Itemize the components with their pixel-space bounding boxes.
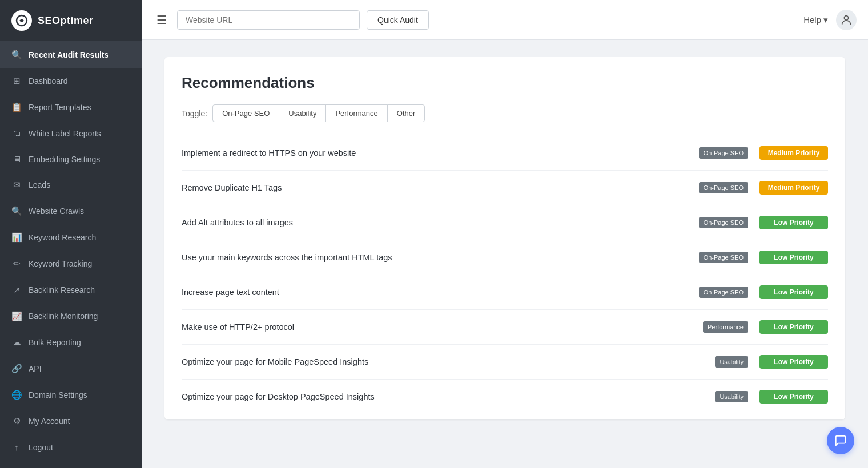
sidebar-item-website-crawls[interactable]: 🔍 Website Crawls	[0, 198, 142, 224]
help-label: Help	[803, 15, 821, 25]
rec-category: On-Page SEO	[699, 147, 748, 159]
recommendation-item: Use your main keywords across the import…	[182, 240, 828, 275]
rec-text: Remove Duplicate H1 Tags	[182, 183, 699, 192]
toggle-on-page-seo[interactable]: On-Page SEO	[212, 104, 279, 122]
url-input[interactable]	[177, 10, 360, 30]
report-templates-icon: 📋	[11, 102, 22, 112]
sidebar: SEOptimer 🔍 Recent Audit Results ⊞ Dashb…	[0, 0, 142, 468]
sidebar-item-leads[interactable]: ✉ Leads	[0, 172, 142, 198]
sidebar-item-label: My Account	[29, 417, 70, 426]
priority-badge: Medium Priority	[760, 181, 828, 195]
rec-text: Make use of HTTP/2+ protocol	[182, 322, 703, 332]
sidebar-item-label: Bulk Reporting	[29, 338, 81, 347]
quick-audit-button[interactable]: Quick Audit	[367, 10, 429, 30]
domain-settings-icon: 🌐	[11, 390, 22, 400]
toggle-performance[interactable]: Performance	[326, 104, 387, 122]
rec-category: On-Page SEO	[699, 182, 748, 193]
keyword-tracking-icon: ✏	[11, 259, 22, 269]
priority-badge: Low Priority	[760, 320, 828, 334]
sidebar-item-keyword-tracking[interactable]: ✏ Keyword Tracking	[0, 251, 142, 277]
sidebar-item-label: Website Crawls	[29, 207, 84, 216]
sidebar-item-label: Keyword Research	[29, 233, 96, 242]
sidebar-item-label: Embedding Settings	[29, 155, 100, 164]
rec-category: Performance	[703, 321, 748, 333]
rec-text: Increase page text content	[182, 288, 699, 297]
sidebar-item-recent-audit[interactable]: 🔍 Recent Audit Results	[0, 42, 142, 68]
recommendation-item: Optimize your page for Desktop PageSpeed…	[182, 380, 828, 414]
sidebar-item-label: Backlink Monitoring	[29, 312, 98, 321]
sidebar-item-domain-settings[interactable]: 🌐 Domain Settings	[0, 382, 142, 408]
sidebar-item-label: Report Templates	[29, 103, 91, 112]
sidebar-item-logout[interactable]: ↑ Logout	[0, 434, 142, 460]
priority-badge: Low Priority	[760, 251, 828, 264]
rec-category: On-Page SEO	[699, 252, 748, 263]
bulk-reporting-icon: ☁	[11, 337, 22, 348]
nav-list: 🔍 Recent Audit Results ⊞ Dashboard 📋 Rep…	[0, 42, 142, 460]
main-area: ☰ Quick Audit Help ▾ Recommendations Tog…	[142, 0, 868, 468]
sidebar-item-report-templates[interactable]: 📋 Report Templates	[0, 94, 142, 120]
sidebar-item-label: White Label Reports	[29, 129, 101, 138]
chevron-down-icon: ▾	[823, 15, 828, 25]
backlink-research-icon: ↗	[11, 285, 22, 295]
logo-text: SEOptimer	[38, 15, 94, 27]
logo-icon	[11, 10, 32, 31]
priority-badge: Low Priority	[760, 355, 828, 369]
toggle-usability[interactable]: Usability	[279, 104, 326, 122]
sidebar-item-dashboard[interactable]: ⊞ Dashboard	[0, 68, 142, 94]
sidebar-item-label: API	[29, 364, 42, 373]
main-content: Recommendations Toggle: On-Page SEO Usab…	[142, 40, 868, 468]
recommendation-item: Remove Duplicate H1 TagsOn-Page SEOMediu…	[182, 171, 828, 205]
rec-category: Usability	[715, 356, 748, 368]
priority-badge: Low Priority	[760, 390, 828, 404]
rec-text: Optimize your page for Desktop PageSpeed…	[182, 392, 715, 401]
rec-category: On-Page SEO	[699, 287, 748, 298]
logout-icon: ↑	[11, 442, 22, 452]
recommendation-item: Optimize your page for Mobile PageSpeed …	[182, 345, 828, 380]
toggle-row: Toggle: On-Page SEO Usability Performanc…	[182, 104, 828, 122]
page-title: Recommendations	[182, 74, 828, 92]
sidebar-item-label: Dashboard	[29, 76, 68, 86]
sidebar-item-keyword-research[interactable]: 📊 Keyword Research	[0, 224, 142, 251]
sidebar-item-label: Logout	[29, 443, 53, 452]
hamburger-button[interactable]: ☰	[153, 10, 170, 30]
sidebar-item-my-account[interactable]: ⚙ My Account	[0, 408, 142, 434]
recommendation-item: Add Alt attributes to all imagesOn-Page …	[182, 205, 828, 240]
backlink-monitoring-icon: 📈	[11, 311, 22, 321]
sidebar-item-bulk-reporting[interactable]: ☁ Bulk Reporting	[0, 329, 142, 356]
priority-badge: Medium Priority	[760, 146, 828, 160]
sidebar-item-label: Recent Audit Results	[29, 50, 108, 59]
user-avatar[interactable]	[836, 10, 857, 30]
sidebar-item-label: Domain Settings	[29, 390, 87, 400]
svg-point-1	[844, 15, 848, 19]
priority-badge: Low Priority	[760, 216, 828, 229]
rec-text: Implement a redirect to HTTPS on your we…	[182, 148, 699, 158]
rec-text: Use your main keywords across the import…	[182, 253, 699, 262]
chat-bubble[interactable]	[827, 427, 854, 454]
sidebar-item-backlink-research[interactable]: ↗ Backlink Research	[0, 277, 142, 303]
toggle-other[interactable]: Other	[387, 104, 425, 122]
sidebar-item-embedding-settings[interactable]: 🖥 Embedding Settings	[0, 146, 142, 172]
rec-category: On-Page SEO	[699, 217, 748, 228]
priority-badge: Low Priority	[760, 285, 828, 299]
sidebar-item-api[interactable]: 🔗 API	[0, 356, 142, 382]
website-crawls-icon: 🔍	[11, 206, 22, 216]
header-right: Help ▾	[803, 10, 857, 30]
api-icon: 🔗	[11, 364, 22, 374]
recommendation-item: Increase page text contentOn-Page SEOLow…	[182, 275, 828, 310]
sidebar-item-white-label[interactable]: 🗂 White Label Reports	[0, 120, 142, 146]
keyword-research-icon: 📊	[11, 232, 22, 243]
leads-icon: ✉	[11, 180, 22, 190]
embedding-icon: 🖥	[11, 154, 22, 164]
recommendations-card: Recommendations Toggle: On-Page SEO Usab…	[164, 57, 845, 419]
toggle-label: Toggle:	[182, 109, 207, 118]
sidebar-item-backlink-monitoring[interactable]: 📈 Backlink Monitoring	[0, 303, 142, 329]
header: ☰ Quick Audit Help ▾	[142, 0, 868, 40]
sidebar-item-label: Leads	[29, 180, 50, 189]
recommendation-item: Implement a redirect to HTTPS on your we…	[182, 136, 828, 171]
search-icon: 🔍	[11, 50, 22, 60]
rec-category: Usability	[715, 391, 748, 402]
dashboard-icon: ⊞	[11, 76, 22, 86]
white-label-icon: 🗂	[11, 128, 22, 138]
sidebar-item-label: Backlink Research	[29, 285, 95, 294]
help-button[interactable]: Help ▾	[803, 15, 828, 25]
